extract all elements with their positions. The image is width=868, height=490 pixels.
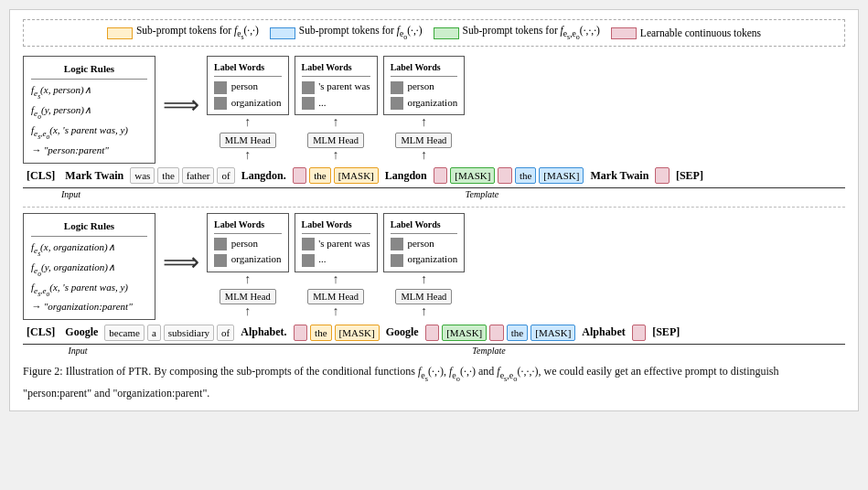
top-lw2-arrow: ↑ [333, 115, 339, 129]
top-pink3 [498, 167, 512, 184]
legend-label-orange: Sub-prompt tokens for fes(·,·) [136, 25, 259, 41]
top-sep-token: [SEP] [672, 167, 707, 185]
bottom-diagram-section: Logic Rules fes(x, organization)∧ feo(y,… [23, 213, 845, 358]
bottom-lw2-card: Label Words 's parent was ... [295, 213, 378, 272]
top-lw1-arrow2: ↑ [244, 148, 251, 162]
bottom-alphabet-bold: Alphabet [578, 324, 628, 341]
top-lw3-icon [391, 81, 403, 94]
bottom-mask-green: [MASK] [442, 325, 487, 341]
main-container: Sub-prompt tokens for fes(·,·) Sub-promp… [9, 9, 859, 411]
top-token-row: [CLS] Mark Twain was the father of Langd… [23, 167, 845, 185]
top-lw3-arrow2: ↑ [421, 148, 427, 162]
bottom-lw2-mlm: MLM Head [307, 289, 364, 304]
legend: Sub-prompt tokens for fes(·,·) Sub-promp… [23, 19, 845, 47]
top-langdon-token: Langdon. [238, 167, 290, 185]
bottom-pink2 [425, 325, 440, 341]
bottom-lw1-icon2 [214, 254, 227, 267]
legend-item-pink: Learnable continuous tokens [611, 27, 761, 39]
bottom-arrow: ⟹ [163, 250, 199, 275]
bottom-lw2-title: Label Words [302, 218, 370, 234]
top-langdon-bold: Langdon [381, 167, 431, 185]
top-pink2 [434, 167, 448, 184]
bottom-pink1 [294, 325, 308, 341]
bottom-a-token: a [147, 325, 161, 341]
top-lw2-icon [302, 81, 315, 94]
legend-color-orange [107, 27, 133, 39]
bottom-label-lines: Input Template [23, 344, 845, 356]
top-lw1-arrow: ↑ [244, 115, 251, 129]
caption-text: Figure 2: Illustration of PTR. By compos… [23, 365, 779, 399]
bottom-mask-orange: [MASK] [335, 325, 380, 341]
top-marktwain-bold: Mark Twain [586, 167, 652, 185]
figure-caption: Figure 2: Illustration of PTR. By compos… [23, 363, 845, 401]
bottom-google-token: Google [61, 324, 102, 341]
bottom-lw1-icon [214, 238, 227, 250]
bottom-lw2-icon [302, 238, 315, 250]
top-arrow: ⟹ [163, 92, 199, 118]
bottom-lw2: Label Words 's parent was ... ↑ MLM Head… [295, 213, 378, 319]
top-lw3-card: Label Words person organization [383, 56, 466, 115]
bottom-pink3 [489, 325, 504, 341]
bottom-logic-content: fes(x, organization)∧ feo(y, organizatio… [31, 240, 147, 315]
top-was-token: was [130, 167, 155, 184]
top-label-lines: Input Template [23, 187, 845, 199]
top-template-label: Template [119, 187, 845, 199]
top-lw1-mlm: MLM Head [220, 133, 276, 148]
bottom-lw1-arrow: ↑ [244, 272, 251, 286]
bottom-of-token: of [217, 325, 234, 341]
top-the-blue: the [515, 167, 536, 184]
bottom-lw2-arrow2: ↑ [333, 304, 339, 318]
top-logic-title: Logic Rules [31, 61, 147, 80]
separator [23, 207, 845, 208]
top-lw2-icon2 [302, 97, 315, 110]
bottom-lw3-arrow: ↑ [421, 272, 427, 286]
top-lw3: Label Words person organization ↑ MLM He… [383, 56, 466, 162]
top-cls-token: [CLS] [23, 167, 59, 185]
bottom-lw3-card: Label Words person organization [383, 213, 466, 272]
top-mark-twain: Mark Twain [61, 167, 127, 185]
top-lw3-arrow: ↑ [421, 115, 427, 129]
legend-color-blue [270, 27, 295, 39]
top-pink4 [655, 167, 670, 184]
top-diagram-section: Logic Rules fes(x, person)∧ feo(y, perso… [23, 56, 845, 201]
bottom-input-label: Input [23, 344, 133, 356]
top-the-token: the [157, 167, 178, 184]
bottom-cls-token: [CLS] [23, 324, 59, 341]
bottom-became-token: became [104, 325, 145, 341]
top-lw3-title: Label Words [391, 60, 458, 77]
top-the-orange: the [309, 167, 330, 184]
legend-item-orange: Sub-prompt tokens for fes(·,·) [107, 25, 259, 41]
bottom-the-orange: the [310, 325, 331, 341]
top-lw2: Label Words 's parent was ... ↑ MLM Head… [295, 56, 378, 162]
bottom-token-row: [CLS] Google became a subsidiary of Alph… [23, 324, 845, 341]
legend-item-blue: Sub-prompt tokens for feo(·,·) [270, 25, 423, 41]
bottom-lw3-icon2 [391, 254, 403, 267]
bottom-lw1: Label Words person organization ↑ MLM He… [207, 213, 289, 319]
top-mask-green: [MASK] [450, 167, 495, 184]
legend-label-pink: Learnable continuous tokens [640, 27, 761, 38]
bottom-lw2-icon2 [302, 254, 315, 267]
bottom-sep-token: [SEP] [648, 324, 683, 341]
legend-item-green: Sub-prompt tokens for fes,eo(·,·,·) [434, 25, 600, 41]
bottom-lw1-title: Label Words [214, 218, 282, 234]
top-token-row-container: [CLS] Mark Twain was the father of Langd… [23, 167, 845, 199]
legend-label-blue: Sub-prompt tokens for feo(·,·) [299, 25, 423, 41]
bottom-logic-box: Logic Rules fes(x, organization)∧ feo(y,… [23, 213, 155, 321]
bottom-lw3-arrow2: ↑ [421, 304, 427, 318]
bottom-lw3: Label Words person organization ↑ MLM He… [383, 213, 466, 319]
top-input-label: Input [23, 187, 119, 199]
bottom-lw3-title: Label Words [391, 218, 458, 234]
bottom-token-row-container: [CLS] Google became a subsidiary of Alph… [23, 324, 845, 356]
top-lw2-title: Label Words [302, 60, 370, 77]
bottom-alphabet-token: Alphabet. [237, 324, 290, 341]
bottom-lw1-mlm: MLM Head [220, 289, 276, 304]
top-lw2-arrow2: ↑ [333, 148, 339, 162]
legend-label-green: Sub-prompt tokens for fes,eo(·,·,·) [463, 25, 600, 41]
top-lw3-icon2 [391, 97, 403, 110]
top-logic-box: Logic Rules fes(x, person)∧ feo(y, perso… [23, 56, 155, 164]
top-lw2-card: Label Words 's parent was ... [295, 56, 378, 115]
top-lw1: Label Words person organization ↑ MLM He… [207, 56, 289, 162]
bottom-lw3-mlm: MLM Head [395, 289, 452, 304]
top-father-token: father [182, 167, 215, 184]
legend-color-green [434, 27, 459, 39]
